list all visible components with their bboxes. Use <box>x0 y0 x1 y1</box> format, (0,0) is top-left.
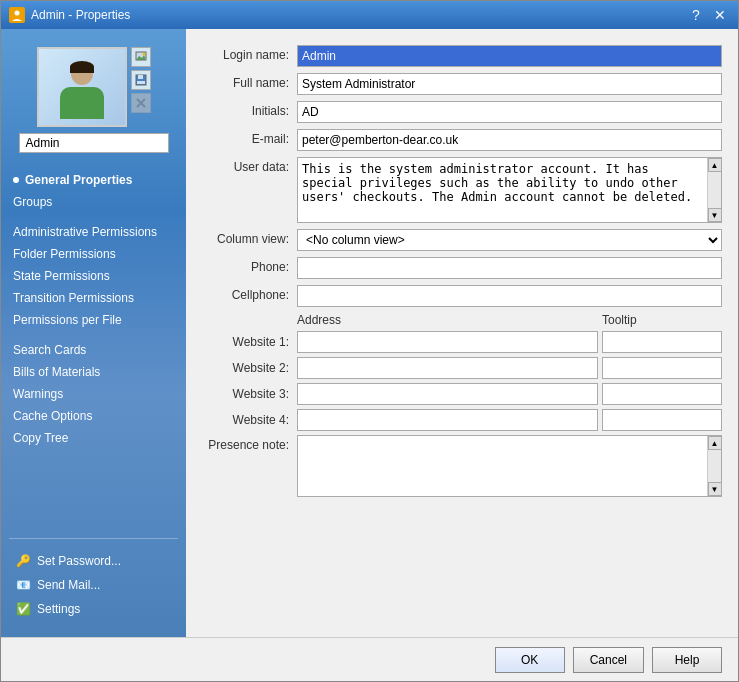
svg-point-1 <box>15 11 20 16</box>
sidebar-item-cache-options[interactable]: Cache Options <box>1 405 186 427</box>
sidebar-item-groups[interactable]: Groups <box>1 191 186 213</box>
save-icon-button[interactable] <box>131 70 151 90</box>
set-password-item[interactable]: 🔑 Set Password... <box>11 551 176 571</box>
website-1-address-input[interactable] <box>297 331 598 353</box>
sidebar-item-label: Groups <box>13 195 52 209</box>
column-view-select[interactable]: <No column view> <box>297 229 722 251</box>
image-icon-button[interactable] <box>131 47 151 67</box>
user-data-textarea[interactable]: This is the system administrator account… <box>298 158 707 222</box>
scroll-thumb <box>708 172 721 208</box>
sidebar-item-search-cards[interactable]: Search Cards <box>1 339 186 361</box>
bottom-bar: OK Cancel Help <box>1 637 738 681</box>
website-4-label: Website 4: <box>202 413 297 427</box>
settings-item[interactable]: ✅ Settings <box>11 599 176 619</box>
website-tooltip-header: Tooltip <box>598 313 722 327</box>
website-3-tooltip-input[interactable] <box>602 383 722 405</box>
sidebar-item-label: Permissions per File <box>13 313 122 327</box>
login-name-input[interactable] <box>297 45 722 67</box>
avatar <box>37 47 127 127</box>
help-button[interactable]: ? <box>686 5 706 25</box>
svg-point-4 <box>142 53 145 56</box>
presence-note-scrollbar: ▲ ▼ <box>707 436 721 496</box>
scroll-down-arrow[interactable]: ▼ <box>708 208 722 222</box>
cancel-button[interactable]: Cancel <box>573 647 644 673</box>
website-3-row: Website 3: <box>202 383 722 405</box>
sidebar-item-bills-of-materials[interactable]: Bills of Materials <box>1 361 186 383</box>
sidebar-item-label: Folder Permissions <box>13 247 116 261</box>
phone-input[interactable] <box>297 257 722 279</box>
sidebar-footer: 🔑 Set Password... 📧 Send Mail... ✅ Setti… <box>1 543 186 627</box>
sidebar-item-label: State Permissions <box>13 269 110 283</box>
phone-label: Phone: <box>202 257 297 274</box>
sidebar-item-label: Copy Tree <box>13 431 68 445</box>
phone-row: Phone: <box>202 257 722 279</box>
sidebar-item-label: Transition Permissions <box>13 291 134 305</box>
sidebar-item-folder-permissions[interactable]: Folder Permissions <box>1 243 186 265</box>
website-1-tooltip-input[interactable] <box>602 331 722 353</box>
user-data-row: User data: This is the system administra… <box>202 157 722 223</box>
window-icon <box>9 7 25 23</box>
sidebar-item-general-properties[interactable]: General Properties <box>1 169 186 191</box>
presence-note-textarea[interactable] <box>298 436 707 496</box>
scroll-up-arrow[interactable]: ▲ <box>708 158 722 172</box>
website-2-tooltip-input[interactable] <box>602 357 722 379</box>
sidebar-item-transition-permissions[interactable]: Transition Permissions <box>1 287 186 309</box>
help-dialog-button[interactable]: Help <box>652 647 722 673</box>
key-icon: 🔑 <box>15 553 31 569</box>
settings-label: Settings <box>37 602 80 616</box>
ok-button[interactable]: OK <box>495 647 565 673</box>
cellphone-label: Cellphone: <box>202 285 297 302</box>
main-panel: Login name: Full name: Initials: E-mail:… <box>186 29 738 637</box>
sidebar-item-permissions-per-file[interactable]: Permissions per File <box>1 309 186 331</box>
initials-row: Initials: <box>202 101 722 123</box>
title-bar-controls: ? ✕ <box>686 5 730 25</box>
cellphone-row: Cellphone: <box>202 285 722 307</box>
website-3-address-input[interactable] <box>297 383 598 405</box>
website-1-row: Website 1: <box>202 331 722 353</box>
user-data-label: User data: <box>202 157 297 174</box>
close-button[interactable]: ✕ <box>710 5 730 25</box>
website-4-address-input[interactable] <box>297 409 598 431</box>
send-mail-item[interactable]: 📧 Send Mail... <box>11 575 176 595</box>
login-name-row: Login name: <box>202 45 722 67</box>
cellphone-input[interactable] <box>297 285 722 307</box>
sidebar-item-label: Cache Options <box>13 409 92 423</box>
mail-icon: 📧 <box>15 577 31 593</box>
column-view-label: Column view: <box>202 229 297 246</box>
email-row: E-mail: <box>202 129 722 151</box>
sidebar-item-state-permissions[interactable]: State Permissions <box>1 265 186 287</box>
sidebar-item-administrative-permissions[interactable]: Administrative Permissions <box>1 221 186 243</box>
website-2-row: Website 2: <box>202 357 722 379</box>
presence-note-label: Presence note: <box>202 435 297 452</box>
website-address-header: Address <box>297 313 598 327</box>
window-title: Admin - Properties <box>31 8 130 22</box>
website-1-label: Website 1: <box>202 335 297 349</box>
initials-input[interactable] <box>297 101 722 123</box>
presence-note-wrapper: ▲ ▼ <box>297 435 722 497</box>
website-4-tooltip-input[interactable] <box>602 409 722 431</box>
sidebar-item-label: Bills of Materials <box>13 365 100 379</box>
email-label: E-mail: <box>202 129 297 146</box>
main-window: Admin - Properties ? ✕ <box>0 0 739 682</box>
title-bar: Admin - Properties ? ✕ <box>1 1 738 29</box>
set-password-label: Set Password... <box>37 554 121 568</box>
website-2-address-input[interactable] <box>297 357 598 379</box>
sidebar-item-label: General Properties <box>25 173 132 187</box>
content-area: Admin General Properties Groups Administ… <box>1 29 738 637</box>
sidebar-item-copy-tree[interactable]: Copy Tree <box>1 427 186 449</box>
sidebar-item-warnings[interactable]: Warnings <box>1 383 186 405</box>
nav-section: General Properties Groups Administrative… <box>1 161 186 534</box>
bullet-icon <box>13 177 19 183</box>
presence-scroll-down-arrow[interactable]: ▼ <box>708 482 722 496</box>
delete-icon-button[interactable] <box>131 93 151 113</box>
check-icon: ✅ <box>15 601 31 617</box>
email-input[interactable] <box>297 129 722 151</box>
full-name-input[interactable] <box>297 73 722 95</box>
presence-scroll-up-arrow[interactable]: ▲ <box>708 436 722 450</box>
user-name-display: Admin <box>19 133 169 153</box>
send-mail-label: Send Mail... <box>37 578 100 592</box>
user-data-wrapper: This is the system administrator account… <box>297 157 722 223</box>
website-2-label: Website 2: <box>202 361 297 375</box>
sidebar: Admin General Properties Groups Administ… <box>1 29 186 637</box>
presence-note-row: Presence note: ▲ ▼ <box>202 435 722 497</box>
